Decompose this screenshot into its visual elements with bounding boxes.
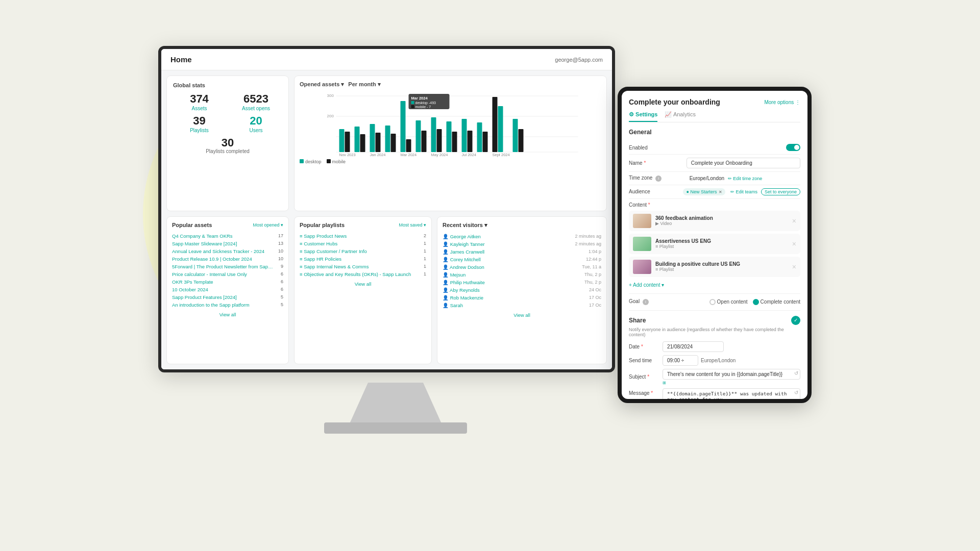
list-item: Sapp Product Features [2024] 5: [172, 293, 283, 301]
svg-rect-16: [416, 120, 421, 152]
asset-link[interactable]: Annual Leave and Sickness Tracker - 2024: [172, 248, 275, 254]
remove-tag-button[interactable]: ✕: [719, 190, 722, 194]
audience-tags: ● New Starters ✕ ✏ Edit teams Set to eve…: [683, 188, 800, 195]
visitor-name[interactable]: 👤 Aby Reynolds: [443, 287, 480, 293]
asset-link[interactable]: Sapp Product Features [2024]: [172, 294, 275, 300]
asset-link[interactable]: Product Release 10.9 | October 2024: [172, 256, 275, 262]
asset-link[interactable]: An introduction to the Sapp platform: [172, 302, 275, 308]
tablet-screen: Complete your onboarding More options ⋮ …: [618, 87, 812, 403]
popular-playlists-sort[interactable]: Most saved ▾: [399, 222, 426, 228]
message-undo-button[interactable]: ↺: [794, 390, 798, 395]
svg-text:Mar 2024: Mar 2024: [411, 96, 428, 101]
visitor-name[interactable]: 👤 Corey Mitchell: [443, 257, 481, 262]
svg-rect-11: [376, 133, 381, 152]
visitor-name[interactable]: 👤 Sarah: [443, 303, 463, 308]
app-body: Global stats 374 Assets 6523 Asset opens…: [161, 70, 612, 369]
more-options-button[interactable]: More options ⋮: [764, 99, 800, 105]
popular-playlists-view-all[interactable]: View all: [300, 281, 426, 287]
stat-playlists-completed: 30 Playlists completed: [173, 137, 282, 154]
visitor-name[interactable]: 👤 Philip Huthwaite: [443, 280, 485, 285]
svg-rect-29: [519, 129, 524, 152]
list-item: 👤 Sarah 17 Oc: [443, 302, 601, 309]
subject-row: Subject ↺ ⊞: [629, 369, 800, 385]
playlist-name[interactable]: ≡ Sapp Internal News & Comms: [300, 264, 369, 269]
list-item: 👤 Kayleigh Tanner 2 minutes ag: [443, 240, 601, 248]
playlist-name[interactable]: ≡ Sapp HR Policies: [300, 256, 341, 262]
visitor-time: 17 Oc: [589, 303, 601, 308]
visitor-name[interactable]: 👤 Rob Mackenzie: [443, 295, 483, 300]
tab-analytics[interactable]: 📈 Analytics: [665, 111, 695, 122]
date-input[interactable]: [663, 341, 724, 352]
asset-link[interactable]: Q4 Company & Team OKRs: [172, 233, 275, 239]
svg-text:300: 300: [327, 93, 334, 98]
name-input[interactable]: [687, 158, 800, 168]
svg-rect-7: [345, 132, 350, 152]
svg-text:mobile - 7: mobile - 7: [415, 105, 431, 109]
remove-content-3-button[interactable]: ×: [792, 263, 796, 271]
svg-rect-6: [339, 129, 345, 152]
goal-complete-option[interactable]: Complete content: [753, 299, 800, 305]
asset-link[interactable]: 10 October 2024: [172, 287, 275, 292]
recent-visitors-view-all[interactable]: View all: [443, 312, 601, 318]
bar-chart: 300 200: [300, 91, 601, 157]
popular-assets-list: Q4 Company & Team OKRs 17 Sapp Master Sl…: [172, 232, 283, 309]
subject-input[interactable]: [663, 369, 800, 380]
toggle-switch[interactable]: [786, 144, 800, 151]
content-type-3: ≡ Playlist: [655, 267, 740, 272]
list-item: 10 October 2024 6: [172, 286, 283, 293]
asset-link[interactable]: OKR 3Ps Template: [172, 279, 275, 285]
playlist-name[interactable]: ≡ Customer Hubs: [300, 241, 337, 246]
edit-timezone-link[interactable]: ✏ Edit time zone: [728, 176, 763, 181]
new-starters-dot: ●: [686, 189, 690, 194]
asset-count: 6: [275, 271, 283, 277]
visitor-name[interactable]: 👤 Kayleigh Tanner: [443, 241, 485, 247]
svg-rect-8: [355, 127, 360, 152]
enabled-toggle[interactable]: [786, 144, 800, 151]
popular-assets-panel: Popular assets Most opened ▾ Q4 Company …: [166, 216, 289, 365]
playlist-name[interactable]: ≡ Objective and Key Results (OKRs) - Sap…: [300, 271, 411, 277]
goal-open-option[interactable]: Open content: [709, 299, 748, 305]
subject-undo-button[interactable]: ↺: [794, 370, 798, 376]
content-info-3: Building a positive culture US ENG ≡ Pla…: [655, 261, 740, 272]
remove-content-1-button[interactable]: ×: [792, 217, 796, 225]
message-textarea[interactable]: **{{domain.pageTitle}}** was updated wit…: [663, 388, 800, 399]
radio-open[interactable]: [709, 299, 716, 305]
list-item: 👤 Corey Mitchell 12:44 p: [443, 256, 601, 263]
list-item: 5Forward | The Product Newsletter from S…: [172, 263, 283, 270]
visitor-name[interactable]: 👤 George Aitken: [443, 234, 481, 239]
remove-content-2-button[interactable]: ×: [792, 240, 796, 248]
popular-assets-title: Popular assets: [172, 222, 212, 228]
popular-assets-sort[interactable]: Most opened ▾: [253, 222, 283, 228]
svg-text:Nov 2023: Nov 2023: [339, 153, 356, 157]
visitor-name[interactable]: 👤 Andrew Dodson: [443, 264, 484, 270]
playlist-name[interactable]: ≡ Sapp Customer / Partner Info: [300, 248, 367, 254]
svg-rect-15: [406, 139, 411, 152]
content-type-1: ▶ Video: [655, 221, 713, 226]
edit-teams-button[interactable]: ✏ Edit teams: [730, 189, 757, 194]
popular-assets-view-all[interactable]: View all: [172, 312, 283, 317]
audience-row: Audience ● New Starters ✕ ✏ Edit teams S…: [629, 185, 800, 199]
visitor-name[interactable]: 👤 Mejsun: [443, 272, 465, 278]
asset-link[interactable]: Sapp Master Slideware [2024]: [172, 241, 275, 246]
goal-options: Open content Complete content: [709, 297, 800, 307]
tablet-header: Complete your onboarding More options ⋮: [629, 98, 800, 106]
tab-settings[interactable]: ⚙ Settings: [629, 111, 657, 122]
goal-info-icon[interactable]: i: [643, 299, 649, 305]
asset-link[interactable]: 5Forward | The Product Newsletter from S…: [172, 264, 275, 269]
asset-count: 6: [275, 279, 283, 284]
visitor-time: 17 Oc: [589, 295, 601, 300]
playlist-count: 1: [424, 248, 426, 254]
popular-playlists-list: ≡ Sapp Product News 2 ≡ Customer Hubs 1 …: [300, 232, 426, 278]
content-items-list: 360 feedback animation ▶ Video × Asserti…: [629, 211, 800, 280]
timezone-info-icon[interactable]: i: [655, 176, 662, 182]
add-content-button[interactable]: + Add content ▾: [629, 282, 664, 288]
svg-rect-18: [431, 117, 436, 152]
playlist-name[interactable]: ≡ Sapp Product News: [300, 233, 347, 239]
content-thumb-1: [633, 214, 651, 228]
asset-link[interactable]: Price calculator - Internal Use Only: [172, 271, 275, 277]
send-time-input[interactable]: [663, 355, 698, 366]
set-everyone-button[interactable]: Set to everyone: [761, 188, 800, 195]
visitor-name[interactable]: 👤 James Cranwell: [443, 249, 484, 255]
list-item: 👤 Philip Huthwaite Thu, 2 p: [443, 279, 601, 286]
radio-complete[interactable]: [753, 299, 759, 305]
